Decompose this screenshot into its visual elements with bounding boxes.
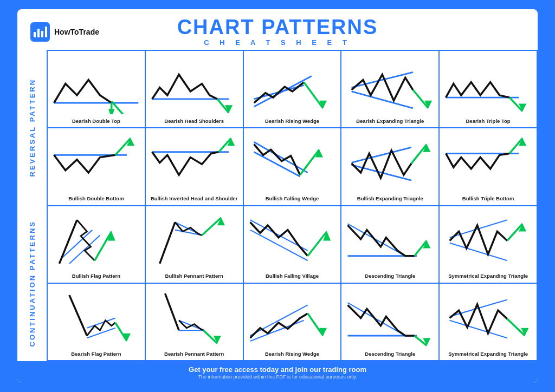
logo-icon bbox=[30, 22, 50, 42]
cell-bullish-falling-wedge: Bullish Falling Wedge bbox=[244, 128, 342, 206]
footer-sub-text: The information provided within this PDF… bbox=[17, 374, 538, 380]
title-area: CHART PATTERNS C H E A T S H E E T bbox=[128, 17, 427, 47]
bullish-expanding-triangle-chart bbox=[344, 130, 436, 192]
bearish-rising-wedge2-chart bbox=[246, 286, 339, 347]
svg-marker-45 bbox=[217, 217, 225, 225]
svg-line-39 bbox=[95, 231, 112, 260]
cell-label: Descending Triangle bbox=[365, 273, 415, 279]
cell-bearish-pennant: Bearish Pennant Pattern bbox=[146, 284, 244, 361]
cell-bullish-triple-bottom: Bullish Triple Bottom bbox=[440, 128, 538, 206]
cell-label: Descending Triangle bbox=[365, 351, 415, 357]
bearish-triple-top-chart bbox=[442, 53, 534, 114]
cell-label: Bearish Rising Wedge bbox=[265, 118, 319, 124]
svg-line-19 bbox=[115, 138, 131, 155]
svg-line-48 bbox=[307, 231, 326, 256]
svg-line-30 bbox=[411, 145, 427, 164]
descending-triangle-r3-chart bbox=[344, 208, 436, 270]
svg-line-68 bbox=[250, 305, 307, 336]
cell-sym-expanding-r3: Symmetrical Expanding Triangle bbox=[440, 206, 538, 284]
logo-bar-4 bbox=[45, 27, 47, 37]
cell-bearish-triple-top: Bearish Triple Top bbox=[440, 51, 538, 128]
svg-line-13 bbox=[413, 90, 428, 108]
cell-label: Bearish Expanding Triangle bbox=[356, 118, 424, 124]
chart-grid: Bearish Double Top Bearish Head Shoulder… bbox=[47, 50, 538, 361]
cell-bearish-double-top: Bearish Double Top bbox=[48, 51, 146, 128]
cell-label: Bullish Falling Wedge bbox=[266, 195, 319, 201]
cell-bearish-rising-wedge2: Bearish Rising Wedge bbox=[244, 284, 342, 361]
logo-text: HowToTrade bbox=[54, 28, 99, 36]
svg-line-56 bbox=[507, 224, 522, 240]
cell-label: Bullish Inverted Head and Shoulder bbox=[151, 195, 237, 201]
bearish-expanding-triangle-chart bbox=[344, 53, 436, 114]
bullish-flag-chart bbox=[50, 208, 143, 270]
footer: Get your free access today and join our … bbox=[17, 361, 538, 383]
bearish-head-shoulders-chart bbox=[148, 53, 241, 114]
cell-bullish-flag: Bullish Flag Pattern bbox=[48, 206, 146, 284]
cell-label: Bullish Double Bottom bbox=[68, 195, 124, 201]
cell-label: Symmetrical Expanding Triangle bbox=[448, 351, 528, 357]
cell-descending-triangle-r3: Descending Triangle bbox=[341, 206, 440, 284]
logo-bars bbox=[34, 27, 47, 37]
svg-line-58 bbox=[69, 295, 87, 336]
continuation-label: CONTINUATION PATTERNS bbox=[17, 206, 47, 362]
main-title: CHART PATTERNS bbox=[128, 17, 427, 37]
cell-sym-expanding-r4: Symmetrical Expanding Triangle bbox=[440, 284, 538, 361]
cell-label: Bullish Pennant Pattern bbox=[165, 273, 223, 279]
cell-label: Bullish Falling Village bbox=[266, 273, 319, 279]
svg-line-59 bbox=[87, 318, 115, 328]
svg-line-55 bbox=[450, 243, 507, 260]
cell-bullish-inv-head-shoulders: Bullish Inverted Head and Shoulder bbox=[146, 128, 244, 206]
cell-bearish-flag: Bearish Flag Pattern bbox=[48, 284, 146, 361]
svg-marker-2 bbox=[108, 109, 114, 114]
svg-line-28 bbox=[352, 147, 411, 162]
cell-label: Bearish Double Top bbox=[72, 118, 120, 124]
cell-label: Bearish Head Shoulders bbox=[164, 118, 224, 124]
svg-line-61 bbox=[115, 323, 127, 341]
bearish-flag-chart bbox=[50, 286, 143, 347]
svg-line-78 bbox=[507, 319, 525, 336]
bullish-falling-village-chart bbox=[246, 208, 339, 270]
cell-label: Bullish Triple Bottom bbox=[462, 195, 514, 201]
svg-line-24 bbox=[254, 142, 307, 173]
cell-label: Bullish Expanding Triagnle bbox=[357, 195, 423, 201]
svg-line-26 bbox=[300, 150, 319, 175]
bearish-double-top-chart bbox=[50, 53, 143, 114]
cell-bullish-falling-village: Bullish Falling Village bbox=[244, 206, 342, 284]
cell-bearish-head-shoulders: Bearish Head Shoulders bbox=[146, 51, 244, 128]
cell-bullish-expanding-triangle: Bullish Expanding Triagnle bbox=[341, 128, 440, 206]
cell-label: Bearish Triple Top bbox=[466, 118, 511, 124]
svg-line-44 bbox=[202, 217, 221, 235]
bearish-pennant-chart bbox=[148, 286, 241, 347]
reversal-label: REVERSAL PATTERN bbox=[17, 50, 47, 206]
svg-line-63 bbox=[165, 293, 178, 330]
svg-line-12 bbox=[352, 92, 413, 108]
cell-label: Bearish Pennant Pattern bbox=[164, 351, 224, 357]
bearish-rising-wedge-chart bbox=[246, 53, 339, 114]
sub-title: C H E A T S H E E T bbox=[128, 38, 427, 47]
cell-descending-triangle-r4: Descending Triangle bbox=[341, 284, 440, 361]
content-area: REVERSAL PATTERN CONTINUATION PATTERNS B… bbox=[17, 50, 538, 361]
cell-bullish-double-bottom: Bullish Double Bottom bbox=[48, 128, 146, 206]
bullish-triple-bottom-chart bbox=[442, 130, 534, 192]
bullish-falling-wedge-chart bbox=[246, 130, 339, 192]
sym-expanding-r3-chart bbox=[442, 208, 534, 270]
svg-line-41 bbox=[159, 222, 175, 263]
logo-bar-1 bbox=[34, 32, 36, 37]
sym-expanding-r4-chart bbox=[442, 286, 534, 347]
logo-bar-2 bbox=[37, 29, 40, 37]
bullish-double-bottom-chart bbox=[50, 130, 143, 192]
bullish-pennant-chart bbox=[148, 208, 241, 270]
cell-label: Bearish Flag Pattern bbox=[71, 351, 121, 357]
header: HowToTrade CHART PATTERNS C H E A T S H … bbox=[17, 9, 538, 50]
cell-label: Bearish Rising Wedge bbox=[265, 351, 319, 357]
svg-line-51 bbox=[348, 224, 405, 256]
cell-label: Symmetrical Expanding Triangle bbox=[448, 273, 528, 279]
cell-bearish-expanding-triangle: Bearish Expanding Triangle bbox=[341, 51, 440, 128]
side-labels: REVERSAL PATTERN CONTINUATION PATTERNS bbox=[17, 50, 47, 361]
cell-label: Bullish Flag Pattern bbox=[72, 273, 120, 279]
bullish-inv-head-shoulders-chart bbox=[148, 130, 241, 192]
main-card: HowToTrade CHART PATTERNS C H E A T S H … bbox=[17, 9, 538, 383]
descending-triangle-r4-chart bbox=[344, 286, 436, 347]
footer-main-text: Get your free access today and join our … bbox=[17, 365, 538, 374]
logo-area: HowToTrade bbox=[30, 22, 128, 42]
